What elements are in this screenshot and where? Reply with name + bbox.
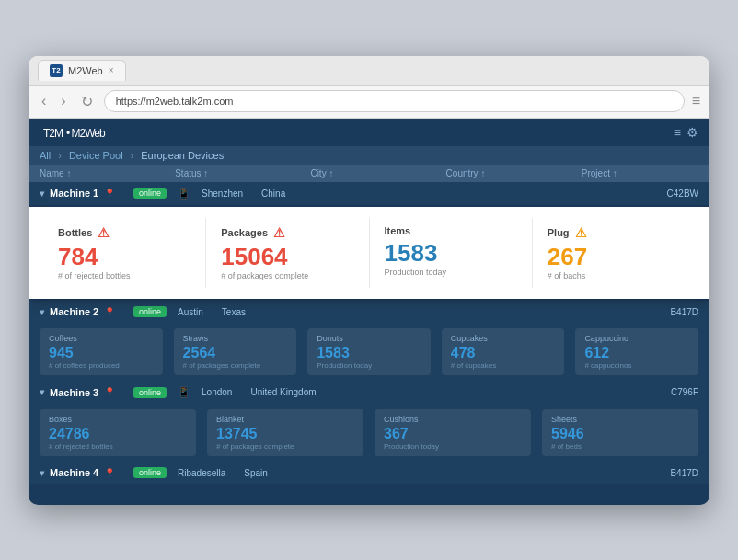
metric-plug-sub: # of bachs xyxy=(548,271,680,280)
machine1-city: Shenzhen xyxy=(202,189,243,199)
metric-bottles-title: Bottles ⚠ xyxy=(58,225,190,240)
machine2-status: online xyxy=(133,306,167,317)
metric-cupcakes: Cupcakes 478 # of cupcakes xyxy=(442,328,565,375)
address-bar[interactable]: https://m2web.talk2m.com xyxy=(104,90,685,112)
metric-cupcakes-sub: # of cupcakes xyxy=(451,361,556,370)
metric-packages-value: 15064 xyxy=(221,244,353,270)
browser-toolbar: ‹ › ↻ https://m2web.talk2m.com ≡ xyxy=(29,86,709,119)
metric-items-sub: Production today xyxy=(385,268,517,277)
table-header: Name ↑ Status ↑ City ↑ Country ↑ Project… xyxy=(29,165,709,182)
machine2-row: ▾ Machine 2 📍 online Austin Texas B417D xyxy=(29,301,709,323)
phone-icon: 📱 xyxy=(178,188,190,200)
metric-cupcakes-value: 478 xyxy=(451,345,556,361)
metric-boxes-title: Boxes xyxy=(49,415,187,424)
metric-straws-value: 2564 xyxy=(183,345,288,361)
machine4-city: Ribadesella xyxy=(178,468,225,478)
metric-coffees-title: Coffees xyxy=(49,334,154,343)
metric-boxes: Boxes 24786 # of rejected bottles xyxy=(40,409,196,456)
metric-cushions-sub: Production today xyxy=(384,442,522,451)
bottles-alert-icon: ⚠ xyxy=(98,225,110,240)
metric-bottles-value: 784 xyxy=(58,244,190,270)
metric-cappuccino-title: Cappuccino xyxy=(584,334,689,343)
app-content: T2M• M2Web ≡ ⚙ All › Device Pool › Europ… xyxy=(29,119,709,505)
pin-icon-4: 📍 xyxy=(104,468,115,478)
machine3-city: London xyxy=(202,387,232,397)
machine4-country: Spain xyxy=(244,468,268,478)
metric-cushions: Cushions 367 Production today xyxy=(375,409,531,456)
breadcrumb-device-pool[interactable]: Device Pool xyxy=(69,150,123,161)
metric-packages: Packages ⚠ 15064 # of packages complete xyxy=(206,218,369,289)
metric-sheets-title: Sheets xyxy=(551,415,689,424)
chevron-down-icon: ▾ xyxy=(40,189,44,199)
breadcrumb-bar: All › Device Pool › European Devices xyxy=(29,146,709,165)
tab-favicon: T2 xyxy=(50,64,63,77)
col-city[interactable]: City ↑ xyxy=(310,168,427,178)
machine4-row: ▾ Machine 4 📍 online Ribadesella Spain B… xyxy=(29,462,709,484)
machine1-project: C42BW xyxy=(667,189,698,199)
machine3-info: London United Kingdom xyxy=(202,387,660,397)
plug-alert-icon: ⚠ xyxy=(575,225,587,240)
pin-icon-2: 📍 xyxy=(104,307,115,317)
machine2-info: Austin Texas xyxy=(178,307,659,317)
header-icons: ≡ ⚙ xyxy=(674,125,698,140)
machine3-country: United Kingdom xyxy=(250,387,316,397)
pin-icon-3: 📍 xyxy=(104,387,115,397)
metric-cushions-title: Cushions xyxy=(384,415,522,424)
settings-icon[interactable]: ⚙ xyxy=(686,125,698,140)
machine3-label[interactable]: ▾ Machine 3 📍 xyxy=(40,387,122,398)
machine4-status: online xyxy=(133,467,167,478)
metric-plug: Plug ⚠ 267 # of bachs xyxy=(533,218,695,289)
machine1-country: China xyxy=(261,189,285,199)
metric-blanket-sub: # of packages complete xyxy=(216,442,354,451)
machine3-status: online xyxy=(133,387,167,398)
machine3-project: C796F xyxy=(671,387,698,397)
machine2-metrics-row: Coffees 945 # of coffees produced Straws… xyxy=(40,328,698,375)
forward-button[interactable]: › xyxy=(57,91,69,111)
metric-cupcakes-title: Cupcakes xyxy=(451,334,556,343)
metric-items-title: Items xyxy=(385,225,517,236)
machine3-row: ▾ Machine 3 📍 online 📱 London United Kin… xyxy=(29,381,709,404)
browser-titlebar: T2 M2Web × xyxy=(29,56,709,86)
machine2-city: Austin xyxy=(178,307,203,317)
metric-straws-sub: # of packages complete xyxy=(183,361,288,370)
col-name[interactable]: Name ↑ xyxy=(40,168,156,178)
metric-sheets-value: 5946 xyxy=(551,426,689,442)
metric-donuts-sub: Production today xyxy=(317,361,421,370)
browser-menu-icon[interactable]: ≡ xyxy=(692,93,700,109)
metric-coffees-sub: # of coffees produced xyxy=(49,361,154,370)
col-project[interactable]: Project ↑ xyxy=(582,168,698,178)
tab-close-button[interactable]: × xyxy=(109,65,114,75)
metric-donuts-value: 1583 xyxy=(317,345,421,361)
tab-title: M2Web xyxy=(68,65,103,76)
metric-cushions-value: 367 xyxy=(384,426,522,442)
machine2-project: B417D xyxy=(670,307,698,317)
col-country[interactable]: Country ↑ xyxy=(446,168,563,178)
metric-bottles-sub: # of rejected bottles xyxy=(58,271,190,280)
refresh-button[interactable]: ↻ xyxy=(77,91,97,112)
metric-cappuccino-sub: # cappuccinos xyxy=(584,361,689,370)
browser-tab[interactable]: T2 M2Web × xyxy=(38,60,126,81)
machine4-label[interactable]: ▾ Machine 4 📍 xyxy=(40,467,122,478)
metric-plug-title: Plug ⚠ xyxy=(548,225,680,240)
list-icon[interactable]: ≡ xyxy=(674,125,681,140)
machine2-state: Texas xyxy=(222,307,246,317)
breadcrumb-european-devices[interactable]: European Devices xyxy=(141,150,224,161)
metric-boxes-value: 24786 xyxy=(49,426,187,442)
machine1-metrics-card: Bottles ⚠ 784 # of rejected bottles Pack… xyxy=(29,207,709,300)
machine2-label[interactable]: ▾ Machine 2 📍 xyxy=(40,306,122,317)
metric-blanket-title: Blanket xyxy=(216,415,354,424)
metric-packages-title: Packages ⚠ xyxy=(221,225,353,240)
col-status[interactable]: Status ↑ xyxy=(175,168,292,178)
metric-boxes-sub: # of rejected bottles xyxy=(49,442,187,451)
chevron-down-icon-4: ▾ xyxy=(40,468,44,478)
metric-donuts: Donuts 1583 Production today xyxy=(307,328,431,375)
machine1-label[interactable]: ▾ Machine 1 📍 xyxy=(40,188,122,199)
breadcrumb-all[interactable]: All xyxy=(40,150,51,161)
metric-items: Items 1583 Production today xyxy=(370,218,533,289)
metric-items-value: 1583 xyxy=(385,240,517,267)
metric-straws-title: Straws xyxy=(183,334,288,343)
back-button[interactable]: ‹ xyxy=(38,91,50,111)
app-logo: T2M• M2Web xyxy=(40,124,105,141)
metric-packages-sub: # of packages complete xyxy=(221,271,353,280)
chevron-down-icon-2: ▾ xyxy=(40,307,44,317)
